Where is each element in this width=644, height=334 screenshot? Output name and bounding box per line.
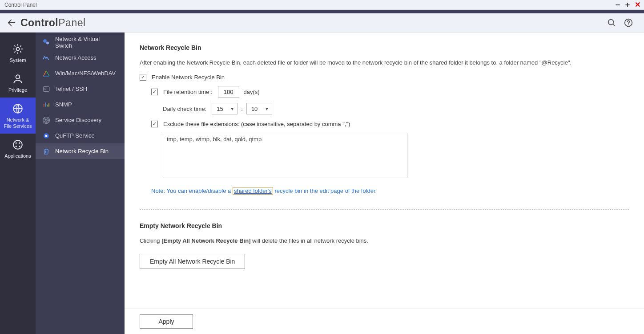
window-title: Control Panel bbox=[4, 2, 37, 8]
enable-recycle-checkbox[interactable] bbox=[140, 74, 146, 81]
discovery-icon bbox=[42, 116, 51, 125]
daily-minute-select[interactable]: 10 ▼ bbox=[246, 103, 272, 114]
sidebar-item-nvs[interactable]: Network & Virtual Switch bbox=[36, 34, 125, 50]
daily-check-label: Daily check time: bbox=[163, 106, 206, 112]
section-title-recycle: Network Recycle Bin bbox=[140, 44, 629, 51]
app-title-light: Panel bbox=[58, 17, 85, 29]
rail-label: Applications bbox=[4, 153, 31, 159]
sidebar-label: Network Recycle Bin bbox=[55, 148, 109, 155]
exclude-label: Exclude these file extensions: (case ins… bbox=[163, 121, 350, 127]
retention-label: File retention time : bbox=[163, 89, 213, 95]
protocols-icon bbox=[42, 69, 51, 78]
empty-all-button[interactable]: Empty All Network Recycle Bin bbox=[140, 254, 245, 269]
sidebar-item-recycle-bin[interactable]: Network Recycle Bin bbox=[36, 143, 125, 159]
svg-point-16 bbox=[46, 41, 49, 44]
retention-checkbox[interactable] bbox=[151, 89, 158, 95]
content-scroll[interactable]: Network Recycle Bin After enabling the N… bbox=[125, 33, 644, 309]
sidebar-label: Network & Virtual Switch bbox=[55, 36, 118, 49]
svg-point-6 bbox=[628, 24, 629, 25]
svg-rect-17 bbox=[43, 86, 49, 91]
daily-hour-value: 15 bbox=[217, 106, 223, 112]
daily-minute-value: 10 bbox=[251, 106, 258, 112]
sidebar-label: Win/Mac/NFS/WebDAV bbox=[55, 70, 116, 77]
daily-hour-select[interactable]: 15 ▼ bbox=[212, 103, 237, 114]
svg-point-11 bbox=[16, 142, 17, 143]
sidebar-label: QuFTP Service bbox=[55, 132, 95, 139]
footer: Apply bbox=[125, 309, 644, 334]
retention-input[interactable] bbox=[218, 86, 239, 98]
snmp-icon bbox=[42, 100, 51, 109]
rail-item-applications[interactable]: Applications bbox=[0, 134, 36, 163]
search-icon[interactable] bbox=[605, 16, 618, 29]
retention-unit: day(s) bbox=[244, 89, 260, 95]
app-title-bold: Control bbox=[20, 17, 58, 29]
rail-item-privilege[interactable]: Privilege bbox=[0, 68, 36, 98]
gear-icon bbox=[12, 43, 24, 55]
svg-point-23 bbox=[44, 118, 49, 122]
sidebar-item-telnet-ssh[interactable]: Telnet / SSH bbox=[36, 81, 125, 97]
sidebar-item-snmp[interactable]: SNMP bbox=[36, 97, 125, 112]
sidebar-item-webdav[interactable]: Win/Mac/NFS/WebDAV bbox=[36, 65, 125, 81]
back-button[interactable] bbox=[5, 16, 18, 29]
svg-point-7 bbox=[16, 48, 20, 51]
note-label: Note: bbox=[151, 187, 165, 194]
app-title: ControlPanel bbox=[20, 17, 86, 29]
note-text-post: recycle bin in the edit page of the fold… bbox=[273, 187, 377, 194]
section2-blurb: Clicking [Empty All Network Recycle Bin]… bbox=[140, 237, 629, 244]
user-icon bbox=[12, 73, 24, 85]
window-maximize-button[interactable] bbox=[624, 1, 632, 9]
svg-point-22 bbox=[45, 119, 48, 121]
svg-point-14 bbox=[19, 146, 20, 147]
apps-icon bbox=[12, 139, 24, 151]
sidebar-label: Telnet / SSH bbox=[55, 86, 87, 92]
chevron-down-icon: ▼ bbox=[230, 106, 234, 111]
section-divider bbox=[140, 209, 629, 210]
svg-point-13 bbox=[16, 146, 17, 147]
window-close-button[interactable]: ✕ bbox=[633, 1, 641, 9]
network-access-icon bbox=[42, 53, 51, 62]
content-pane: Network Recycle Bin After enabling the N… bbox=[125, 33, 644, 334]
rail-item-system[interactable]: System bbox=[0, 38, 36, 68]
window-minimize-button[interactable] bbox=[614, 1, 622, 9]
globe-icon bbox=[12, 103, 24, 114]
sidebar-item-network-access[interactable]: Network Access bbox=[36, 50, 125, 65]
svg-point-10 bbox=[13, 140, 22, 149]
main: System Privilege Network & File Services… bbox=[0, 33, 644, 334]
exclude-textarea[interactable] bbox=[163, 133, 407, 178]
time-colon: : bbox=[241, 106, 243, 112]
enable-recycle-label: Enable Network Recycle Bin bbox=[152, 74, 225, 81]
rail-label: Privilege bbox=[8, 87, 27, 93]
chevron-down-icon: ▼ bbox=[265, 106, 269, 111]
svg-point-12 bbox=[19, 142, 20, 143]
exclude-checkbox[interactable] bbox=[151, 121, 158, 127]
section2-blurb-post: will delete the files in all network rec… bbox=[250, 237, 368, 244]
svg-point-3 bbox=[608, 20, 614, 25]
section-title-empty: Empty Network Recycle Bin bbox=[140, 222, 629, 229]
section2-blurb-pre: Clicking bbox=[140, 237, 161, 244]
note-row: Note: You can enable/disable a shared fo… bbox=[151, 187, 629, 194]
ftp-icon bbox=[42, 131, 51, 140]
rail-item-network[interactable]: Network & File Services bbox=[0, 98, 36, 133]
sidebar: Network & Virtual Switch Network Access … bbox=[36, 33, 125, 334]
section2-blurb-bold: [Empty All Network Recycle Bin] bbox=[161, 237, 250, 244]
sidebar-item-quftp[interactable]: QuFTP Service bbox=[36, 128, 125, 143]
terminal-icon bbox=[42, 85, 51, 94]
app-header: ControlPanel bbox=[0, 13, 644, 33]
sidebar-item-service-discovery[interactable]: Service Discovery bbox=[36, 112, 125, 128]
svg-point-8 bbox=[16, 75, 20, 79]
shared-folder-link[interactable]: shared folder's bbox=[233, 187, 273, 195]
accent-strip bbox=[0, 10, 644, 13]
sidebar-label: SNMP bbox=[55, 101, 72, 108]
rail-label: System bbox=[10, 57, 26, 63]
sidebar-label: Network Access bbox=[55, 54, 96, 61]
note-text-pre: You can enable/disable a bbox=[165, 187, 233, 194]
help-icon[interactable] bbox=[622, 16, 635, 29]
apply-button[interactable]: Apply bbox=[140, 314, 193, 329]
svg-point-15 bbox=[43, 39, 47, 43]
recycle-bin-icon bbox=[42, 147, 51, 156]
rail-label: Network & File Services bbox=[4, 117, 32, 129]
sidebar-label: Service Discovery bbox=[55, 117, 101, 123]
svg-line-4 bbox=[613, 24, 615, 26]
section1-blurb: After enabling the Network Recycle Bin, … bbox=[140, 59, 629, 66]
nav-rail: System Privilege Network & File Services… bbox=[0, 33, 36, 334]
